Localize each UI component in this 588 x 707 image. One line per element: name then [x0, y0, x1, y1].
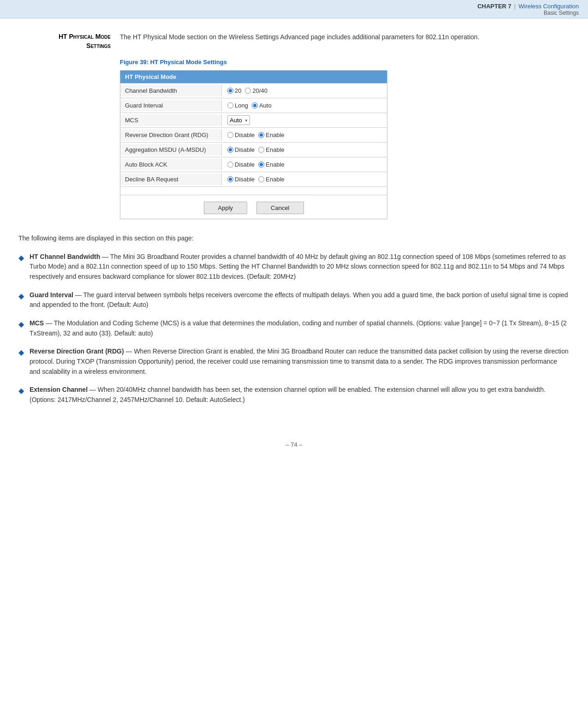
bullet-title-2: Guard Interval — [30, 291, 73, 299]
table-row: Guard Interval Long Auto — [120, 98, 387, 113]
button-row: Apply Cancel — [120, 195, 387, 219]
channel-bw-20-option[interactable]: 20 — [227, 87, 241, 94]
chapter-title: Wireless Configuration — [518, 3, 579, 10]
table-row: Channel Bandwidth 20 20/40 — [120, 83, 387, 98]
bullet-icon: ◆ — [18, 252, 24, 264]
decline-ba-value: Disable Enable — [222, 174, 387, 185]
bullet-list: ◆ HT Channel Bandwidth — The Mini 3G Bro… — [18, 252, 570, 405]
table-row: MCS Auto 0 1 2 — [120, 113, 387, 127]
bullet-text-3: — The Modulation and Coding Scheme (MCS)… — [30, 319, 567, 337]
rdg-label: Reverse Direction Grant (RDG) — [120, 129, 222, 141]
page-number: – 74 – — [285, 441, 302, 448]
bullet-icon: ◆ — [18, 385, 24, 397]
list-item: ◆ Reverse Direction Grant (RDG) — When R… — [18, 347, 570, 377]
description-section: The following items are displayed in thi… — [18, 233, 570, 405]
rdg-enable-option[interactable]: Enable — [258, 132, 284, 138]
list-item: ◆ Extension Channel — When 20/40MHz chan… — [18, 385, 570, 405]
guard-interval-value: Long Auto — [222, 100, 387, 111]
bullet-icon: ◆ — [18, 291, 24, 302]
bullet-title-5: Extension Channel — [30, 386, 88, 393]
amsdu-disable-option[interactable]: Disable — [227, 146, 255, 153]
guard-interval-long-option[interactable]: Long — [227, 102, 248, 109]
bullet-text-2: — The guard interval between symbols hel… — [30, 291, 568, 309]
rdg-value: Disable Enable — [222, 129, 387, 141]
bullet-title-4: Reverse Direction Grant (RDG) — [30, 348, 124, 355]
section-label: HT Physical Mode Settings — [18, 32, 111, 50]
rdg-disable-option[interactable]: Disable — [227, 132, 255, 138]
chapter-label: CHAPTER 7 — [477, 3, 511, 10]
bullets-intro: The following items are displayed in thi… — [18, 233, 570, 243]
list-item: ◆ HT Channel Bandwidth — The Mini 3G Bro… — [18, 252, 570, 282]
header-separator: | — [514, 3, 516, 10]
table-row: Aggregation MSDU (A-MSDU) Disable Enable — [120, 142, 387, 157]
bullet-text-5: — When 20/40MHz channel bandwidth has be… — [30, 386, 546, 403]
table-row: Auto Block ACK Disable Enable — [120, 157, 387, 172]
decline-ba-enable-option[interactable]: Enable — [258, 176, 284, 183]
section-heading: HT Physical Mode Settings The HT Physica… — [18, 32, 570, 50]
auto-block-ack-disable-option[interactable]: Disable — [227, 161, 255, 168]
auto-block-ack-value: Disable Enable — [222, 159, 387, 170]
bullet-icon: ◆ — [18, 319, 24, 330]
table-row: Reverse Direction Grant (RDG) Disable En… — [120, 127, 387, 142]
page-footer: – 74 – — [0, 432, 588, 453]
channel-bandwidth-value: 20 20/40 — [222, 85, 387, 96]
sub-title: Basic Settings — [9, 10, 579, 16]
decline-ba-label: Decline BA Request — [120, 174, 222, 185]
mcs-select[interactable]: Auto 0 1 2 — [227, 115, 250, 125]
list-item: ◆ MCS — The Modulation and Coding Scheme… — [18, 318, 570, 338]
channel-bw-2040-option[interactable]: 20/40 — [245, 87, 267, 94]
channel-bandwidth-label: Channel Bandwidth — [120, 85, 222, 96]
guard-interval-auto-option[interactable]: Auto — [252, 102, 272, 109]
auto-block-ack-label: Auto Block ACK — [120, 159, 222, 170]
amsdu-value: Disable Enable — [222, 144, 387, 156]
section-description: The HT Physical Mode section on the Wire… — [120, 32, 570, 42]
decline-ba-disable-option[interactable]: Disable — [227, 176, 255, 183]
bullet-title-1: HT Channel Bandwidth — [30, 253, 100, 260]
page-header: CHAPTER 7 | Wireless Configuration Basic… — [0, 0, 588, 18]
amsdu-label: Aggregation MSDU (A-MSDU) — [120, 144, 222, 156]
amsdu-enable-option[interactable]: Enable — [258, 146, 284, 153]
bullet-icon: ◆ — [18, 347, 24, 359]
bullet-text-1: — The Mini 3G Broadband Router provides … — [30, 253, 566, 280]
auto-block-ack-enable-option[interactable]: Enable — [258, 161, 284, 168]
ht-table-header: HT Physical Mode — [120, 71, 387, 83]
guard-interval-label: Guard Interval — [120, 100, 222, 111]
mcs-label: MCS — [120, 114, 222, 126]
table-row: Decline BA Request Disable Enable — [120, 172, 387, 186]
apply-button[interactable]: Apply — [204, 202, 248, 214]
list-item: ◆ Guard Interval — The guard interval be… — [18, 290, 570, 310]
figure-caption: Figure 39: HT Physical Mode Settings — [120, 59, 570, 66]
cancel-button[interactable]: Cancel — [256, 202, 303, 214]
bullet-title-3: MCS — [30, 319, 44, 327]
ht-physical-mode-table: HT Physical Mode Channel Bandwidth 20 20… — [120, 70, 387, 219]
mcs-value: Auto 0 1 2 — [222, 113, 387, 127]
